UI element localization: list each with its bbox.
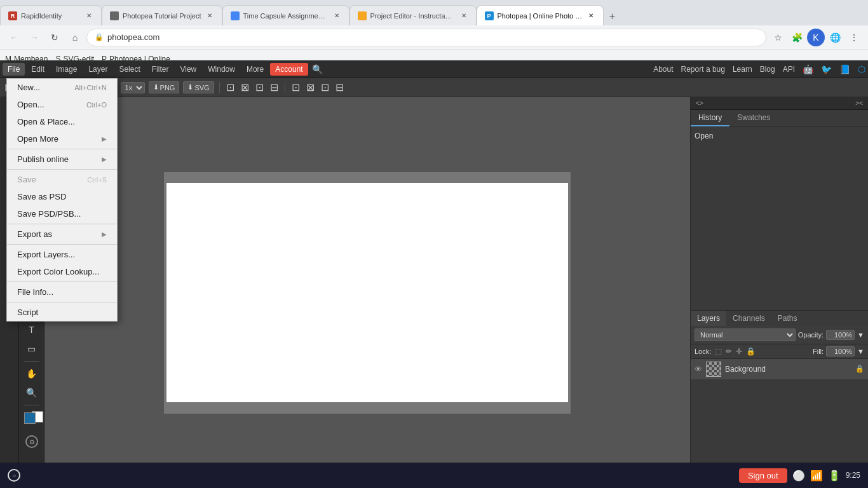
export-svg-button[interactable]: ⬇ SVG — [183, 81, 214, 93]
menu-link-api[interactable]: API — [783, 65, 795, 74]
tab-label-rapididentity: RapidIdentity — [21, 12, 81, 20]
menu-open[interactable]: Open... Ctrl+O — [7, 96, 117, 113]
menu-export-layers[interactable]: Export Layers... — [7, 246, 117, 263]
menu-publish-online[interactable]: Publish online ▶ — [7, 151, 117, 168]
tab-paths[interactable]: Paths — [771, 311, 804, 326]
tab-time-capsule[interactable]: Time Capsule Assignment - Go... ✕ — [222, 5, 349, 25]
menu-item-more[interactable]: More — [241, 63, 269, 76]
menu-save-psb[interactable]: Save PSD/PSB... — [7, 205, 117, 222]
search-icon[interactable]: 🔍 — [312, 64, 323, 74]
tab-layers[interactable]: Layers — [691, 311, 726, 326]
menu-link-learn[interactable]: Learn — [733, 65, 752, 74]
battery-icon[interactable]: 🔋 — [828, 470, 841, 482]
tab-close-timecapsule[interactable]: ✕ — [332, 11, 341, 20]
menu-link-blog[interactable]: Blog — [760, 65, 775, 74]
type-tool[interactable]: T — [23, 321, 41, 339]
menu-export-color[interactable]: Export Color Lookup... — [7, 263, 117, 280]
more-options-button[interactable]: ⋮ — [845, 29, 863, 46]
menu-open-place[interactable]: Open & Place... — [7, 113, 117, 130]
tab-history[interactable]: History — [691, 110, 729, 126]
lock-pixels-icon[interactable]: ✏ — [726, 347, 732, 356]
tab-close-projecteditor[interactable]: ✕ — [459, 11, 468, 20]
tab-close-photopea[interactable]: ✕ — [587, 11, 595, 20]
taskbar-start-icon[interactable]: ○ — [8, 469, 20, 482]
lock-label: Lock: — [695, 348, 711, 355]
facebook-icon[interactable]: 📘 — [839, 64, 850, 74]
quick-mask-button[interactable]: ⊙ — [25, 435, 38, 448]
align-bottom-icon[interactable]: ⊡ — [320, 81, 330, 93]
fill-dropdown-icon[interactable]: ▼ — [857, 348, 864, 355]
menu-export-as[interactable]: Export as ▶ — [7, 226, 117, 243]
align-middle-icon[interactable]: ⊠ — [305, 81, 316, 93]
tab-close-rapididentity[interactable]: ✕ — [85, 11, 93, 20]
opacity-dropdown-icon[interactable]: ▼ — [857, 331, 864, 339]
menu-open-more[interactable]: Open More ▶ — [7, 130, 117, 147]
menu-item-filter[interactable]: Filter — [147, 63, 174, 76]
menu-item-edit[interactable]: Edit — [26, 63, 50, 76]
tab-project-editor[interactable]: Project Editor - Instructables ✕ — [349, 5, 477, 25]
menu-save-psd[interactable]: Save as PSD — [7, 188, 117, 205]
zoom-tool[interactable]: 🔍 — [23, 384, 41, 402]
tab-close-tutorial[interactable]: ✕ — [205, 11, 214, 20]
layer-item-background[interactable]: 👁 Background 🔒 — [691, 359, 868, 379]
distribute-icon[interactable]: ⊟ — [269, 81, 280, 93]
bookmark-star-button[interactable]: ☆ — [769, 29, 787, 46]
canvas-area[interactable] — [44, 97, 690, 488]
align-right-icon[interactable]: ⊡ — [254, 81, 265, 93]
tab-swatches[interactable]: Swatches — [729, 110, 778, 126]
align-left-icon[interactable]: ⊡ — [225, 81, 236, 93]
menu-item-image[interactable]: Image — [51, 63, 82, 76]
wifi-icon[interactable]: 📶 — [810, 470, 823, 482]
menu-script[interactable]: Script — [7, 304, 117, 321]
back-button[interactable]: ← — [5, 29, 23, 46]
separator-2 — [7, 169, 117, 170]
menu-item-window[interactable]: Window — [203, 63, 240, 76]
twitter-icon[interactable]: 🐦 — [821, 64, 832, 74]
foreground-color-swatch[interactable] — [24, 412, 36, 424]
lock-position-icon[interactable]: ✛ — [736, 347, 742, 356]
align-top-icon[interactable]: ⊡ — [290, 81, 301, 93]
tab-rapididentity[interactable]: R RapidIdentity ✕ — [0, 5, 102, 25]
blend-mode-select[interactable]: Normal Multiply Screen — [695, 329, 796, 341]
opacity-label: Opacity: — [798, 331, 824, 339]
profile-button[interactable]: K — [807, 29, 825, 46]
menu-item-select[interactable]: Select — [114, 63, 145, 76]
network-icon[interactable]: ⚪ — [792, 470, 805, 482]
menu-link-reportbug[interactable]: Report a bug — [681, 65, 725, 74]
menu-item-account[interactable]: Account — [270, 63, 308, 76]
extensions-button[interactable]: 🧩 — [788, 29, 806, 46]
history-item-open[interactable]: Open — [691, 130, 868, 142]
fill-input[interactable] — [826, 346, 855, 356]
export-png-button[interactable]: ⬇ PNG — [149, 81, 180, 93]
separator-3 — [7, 224, 117, 224]
tab-photopea-tutorial[interactable]: Photopea Tutorial Project ✕ — [102, 5, 222, 25]
reddit-icon[interactable]: 🤖 — [803, 64, 813, 74]
menu-item-view[interactable]: View — [175, 63, 201, 76]
tab-photopea[interactable]: P Photopea | Online Photo Editor ✕ — [477, 5, 604, 25]
menu-item-file[interactable]: File — [3, 63, 25, 76]
menu-new[interactable]: New... Alt+Ctrl+N — [7, 79, 117, 96]
transform-icon[interactable]: ⊟ — [334, 81, 345, 93]
shape-tool[interactable]: ▭ — [23, 340, 41, 358]
address-bar[interactable]: 🔒 photopea.com — [86, 29, 766, 46]
hand-tool[interactable]: ✋ — [23, 365, 41, 383]
lock-transparency-icon[interactable]: ⬚ — [715, 347, 722, 356]
right-panel: <> >< History Swatches Open Layers Chann… — [690, 97, 868, 488]
menu-link-about[interactable]: About — [653, 65, 673, 74]
align-center-icon[interactable]: ⊠ — [240, 81, 250, 93]
layer-visibility-icon[interactable]: 👁 — [695, 365, 702, 374]
opacity-input[interactable] — [826, 330, 855, 340]
sign-out-button[interactable]: Sign out — [739, 468, 787, 483]
reload-button[interactable]: ↻ — [46, 29, 64, 46]
new-tab-button[interactable]: + — [604, 8, 621, 25]
home-button[interactable]: ⌂ — [66, 29, 84, 46]
menu-item-layer[interactable]: Layer — [83, 63, 112, 76]
lock-all-icon[interactable]: 🔒 — [746, 347, 756, 356]
forward-button[interactable]: → — [25, 29, 43, 46]
expand-left-button[interactable]: <> — [693, 98, 706, 108]
collapse-right-button[interactable]: >< — [853, 98, 865, 108]
translate-button[interactable]: 🌐 — [826, 29, 844, 46]
zoom-select[interactable]: 1x 2x — [121, 82, 145, 93]
tab-channels[interactable]: Channels — [726, 311, 771, 326]
menu-file-info[interactable]: File Info... — [7, 283, 117, 301]
